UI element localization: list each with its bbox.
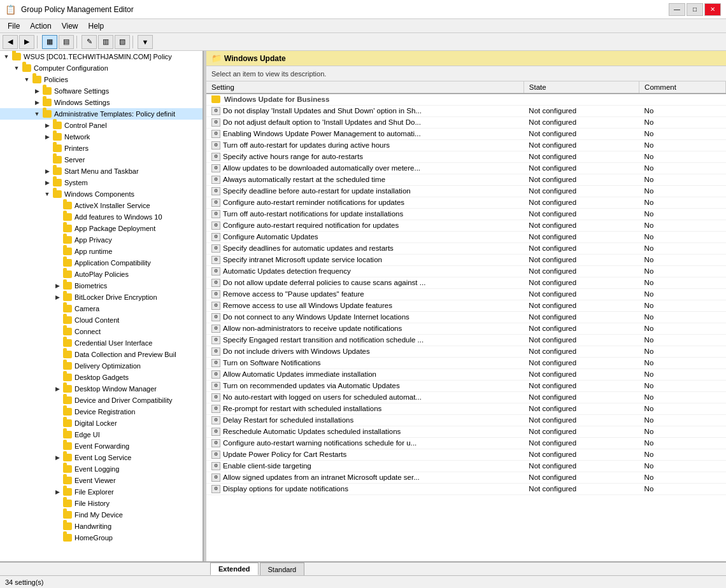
tree-app-compat[interactable]: Application Compatibility bbox=[0, 257, 203, 269]
table-row[interactable]: ⚙Specify active hours range for auto-res… bbox=[206, 151, 726, 162]
view1-button[interactable]: ▥ bbox=[98, 35, 113, 49]
col-state[interactable]: State bbox=[523, 81, 639, 94]
tree-delivery-opt[interactable]: Delivery Optimization bbox=[0, 360, 203, 372]
view2-button[interactable]: ▧ bbox=[115, 35, 130, 49]
table-row[interactable]: ⚙Do not display 'Install Updates and Shu… bbox=[206, 105, 726, 116]
table-row[interactable]: ⚙Do not adjust default option to 'Instal… bbox=[206, 116, 726, 128]
table-row[interactable]: ⚙Allow Automatic Updates immediate insta… bbox=[206, 368, 726, 380]
col-setting[interactable]: Setting bbox=[206, 81, 523, 94]
filter-button[interactable]: ▼ bbox=[138, 35, 153, 49]
tree-control-panel[interactable]: ▶ Control Panel bbox=[0, 120, 203, 131]
menu-help[interactable]: Help bbox=[83, 20, 110, 32]
table-row[interactable]: ⚙Configure auto-restart warning notifica… bbox=[206, 437, 726, 449]
tree-data-collection[interactable]: Data Collection and Preview Buil bbox=[0, 349, 203, 360]
table-row[interactable]: ⚙Always automatically restart at the sch… bbox=[206, 174, 726, 185]
table-row[interactable]: Windows Update for Business bbox=[206, 94, 726, 105]
policies-expander[interactable]: ▼ bbox=[22, 74, 32, 85]
edit-button[interactable]: ✎ bbox=[82, 35, 97, 49]
tree-homegroup[interactable]: HomeGroup bbox=[0, 532, 203, 543]
wc-expander[interactable]: ▼ bbox=[42, 189, 52, 199]
els-expander[interactable]: ▶ bbox=[52, 452, 62, 463]
table-row[interactable]: ⚙Do not connect to any Windows Update In… bbox=[206, 311, 726, 323]
tree-credential-ui[interactable]: Credential User Interface bbox=[0, 337, 203, 349]
tree-bitlocker[interactable]: ▶ BitLocker Drive Encryption bbox=[0, 291, 203, 303]
tree-autoplay[interactable]: AutoPlay Policies bbox=[0, 269, 203, 280]
tree-server[interactable]: Server bbox=[0, 154, 203, 165]
forward-button[interactable]: ▶ bbox=[19, 35, 34, 49]
tree-software-settings[interactable]: ▶ Software Settings bbox=[0, 85, 203, 97]
table-row[interactable]: ⚙Reschedule Automatic Updates scheduled … bbox=[206, 426, 726, 437]
tree-app-privacy[interactable]: App Privacy bbox=[0, 234, 203, 246]
tree-connect[interactable]: Connect bbox=[0, 326, 203, 337]
tree-file-explorer[interactable]: ▶ File Explorer bbox=[0, 486, 203, 498]
sys-expander[interactable]: ▶ bbox=[42, 178, 52, 188]
tree-app-runtime[interactable]: App runtime bbox=[0, 246, 203, 257]
close-button[interactable]: ✕ bbox=[704, 3, 721, 16]
tree-event-forwarding[interactable]: Event Forwarding bbox=[0, 440, 203, 452]
tree-panel[interactable]: ▼ WSUS [DC01.TECHWITHJASMIN.COM] Policy … bbox=[0, 51, 204, 561]
tree-event-viewer[interactable]: Event Viewer bbox=[0, 475, 203, 486]
table-row[interactable]: ⚙Update Power Policy for Cart RestartsNo… bbox=[206, 449, 726, 460]
tree-add-features[interactable]: Add features to Windows 10 bbox=[0, 211, 203, 223]
table-row[interactable]: ⚙Display options for update notification… bbox=[206, 483, 726, 494]
table-row[interactable]: ⚙Configure auto-restart reminder notific… bbox=[206, 197, 726, 208]
menu-view[interactable]: View bbox=[57, 20, 83, 32]
root-expander[interactable]: ▼ bbox=[1, 52, 11, 62]
tab-extended[interactable]: Extended bbox=[210, 563, 259, 575]
fe-expander[interactable]: ▶ bbox=[52, 487, 62, 497]
tree-app-package[interactable]: App Package Deployment bbox=[0, 223, 203, 234]
table-row[interactable]: ⚙Turn off auto-restart for updates durin… bbox=[206, 139, 726, 151]
sm-expander[interactable]: ▶ bbox=[42, 166, 52, 176]
table-row[interactable]: ⚙Allow signed updates from an intranet M… bbox=[206, 472, 726, 483]
table-row[interactable]: ⚙Remove access to "Pause updates" featur… bbox=[206, 288, 726, 300]
dwm-expander[interactable]: ▶ bbox=[52, 384, 62, 394]
tree-system[interactable]: ▶ System bbox=[0, 177, 203, 188]
col-comment[interactable]: Comment bbox=[639, 81, 726, 94]
bl-expander[interactable]: ▶ bbox=[52, 292, 62, 302]
table-row[interactable]: ⚙Configure auto-restart required notific… bbox=[206, 220, 726, 231]
back-button[interactable]: ◀ bbox=[3, 35, 18, 49]
tree-start-menu[interactable]: ▶ Start Menu and Taskbar bbox=[0, 165, 203, 177]
tab-standard[interactable]: Standard bbox=[260, 563, 305, 575]
tree-computer-config[interactable]: ▼ Computer Configuration bbox=[0, 62, 203, 74]
ws-expander[interactable]: ▶ bbox=[32, 97, 42, 108]
tree-event-logging[interactable]: Event Logging bbox=[0, 463, 203, 475]
show-hide-button[interactable]: ▦ bbox=[42, 35, 57, 49]
menu-action[interactable]: Action bbox=[25, 20, 56, 32]
tree-camera[interactable]: Camera bbox=[0, 303, 203, 314]
table-row[interactable]: ⚙Allow updates to be downloaded automati… bbox=[206, 162, 726, 174]
net-expander[interactable]: ▶ bbox=[42, 132, 52, 142]
table-row[interactable]: ⚙Do not include drivers with Windows Upd… bbox=[206, 346, 726, 357]
table-row[interactable]: ⚙Remove access to use all Windows Update… bbox=[206, 300, 726, 311]
ss-expander[interactable]: ▶ bbox=[32, 86, 42, 96]
table-row[interactable]: ⚙Specify Engaged restart transition and … bbox=[206, 334, 726, 346]
at-expander[interactable]: ▼ bbox=[32, 109, 42, 119]
menu-file[interactable]: File bbox=[3, 20, 25, 32]
table-row[interactable]: ⚙Turn on recommended updates via Automat… bbox=[206, 380, 726, 391]
table-row[interactable]: ⚙Re-prompt for restart with scheduled in… bbox=[206, 403, 726, 414]
tree-admin-templates[interactable]: ▼ Administrative Templates: Policy defin… bbox=[0, 108, 203, 120]
tree-event-log-service[interactable]: ▶ Event Log Service bbox=[0, 452, 203, 463]
table-row[interactable]: ⚙Turn on Software NotificationsNot confi… bbox=[206, 357, 726, 368]
tree-desktop-gadgets[interactable]: Desktop Gadgets bbox=[0, 372, 203, 383]
table-row[interactable]: ⚙Automatic Updates detection frequencyNo… bbox=[206, 265, 726, 277]
tree-root[interactable]: ▼ WSUS [DC01.TECHWITHJASMIN.COM] Policy bbox=[0, 51, 203, 62]
tree-device-reg[interactable]: Device Registration bbox=[0, 406, 203, 417]
tree-windows-settings[interactable]: ▶ Windows Settings bbox=[0, 97, 203, 108]
table-row[interactable]: ⚙Specify deadlines for automatic updates… bbox=[206, 242, 726, 254]
table-row[interactable]: ⚙Enable client-side targetingNot configu… bbox=[206, 460, 726, 472]
tree-file-history[interactable]: File History bbox=[0, 498, 203, 509]
list-button[interactable]: ▤ bbox=[59, 35, 74, 49]
table-row[interactable]: ⚙Specify deadline before auto-restart fo… bbox=[206, 185, 726, 197]
tree-windows-components[interactable]: ▼ Windows Components bbox=[0, 188, 203, 200]
restore-button[interactable]: □ bbox=[687, 3, 703, 16]
tree-activex[interactable]: ActiveX Installer Service bbox=[0, 200, 203, 211]
tree-biometrics[interactable]: ▶ Biometrics bbox=[0, 280, 203, 291]
table-row[interactable]: ⚙Configure Automatic UpdatesNot configur… bbox=[206, 231, 726, 242]
table-row[interactable]: ⚙Specify intranet Microsoft update servi… bbox=[206, 254, 726, 265]
table-row[interactable]: ⚙No auto-restart with logged on users fo… bbox=[206, 391, 726, 403]
minimize-button[interactable]: — bbox=[669, 3, 685, 16]
cc-expander[interactable]: ▼ bbox=[11, 63, 22, 73]
tree-network[interactable]: ▶ Network bbox=[0, 131, 203, 143]
tree-printers[interactable]: Printers bbox=[0, 143, 203, 154]
